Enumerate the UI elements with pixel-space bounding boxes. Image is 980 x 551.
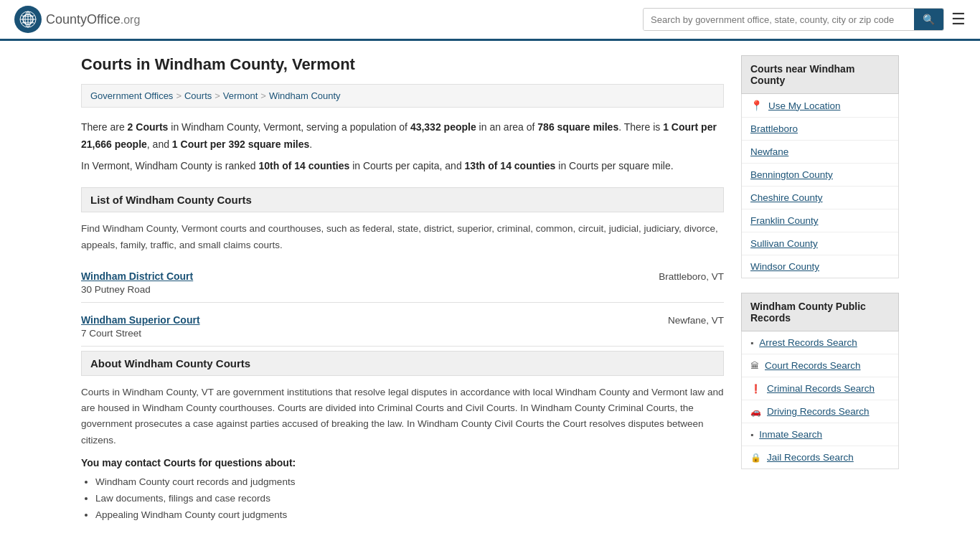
nearby-item[interactable]: Windsor County — [742, 255, 898, 278]
nearby-item-label: Franklin County — [750, 215, 819, 226]
breadcrumb-sep-2: > — [215, 90, 220, 101]
stats-courts: 2 Courts — [128, 121, 169, 133]
breadcrumb-windham[interactable]: Windham County — [269, 90, 341, 101]
logo-ext: .org — [121, 14, 141, 26]
record-item-label: Inmate Search — [759, 429, 822, 440]
public-records-section: Windham County Public Records ▪Arrest Re… — [741, 293, 899, 469]
stats-population: 43,332 people — [410, 121, 476, 133]
contact-heading: You may contact Courts for questions abo… — [81, 457, 724, 468]
nearby-item-label: Use My Location — [768, 100, 841, 111]
sidebar: Courts near Windham County 📍Use My Locat… — [741, 55, 899, 524]
search-button[interactable]: 🔍 — [914, 9, 943, 30]
nearby-item-label: Newfane — [750, 146, 788, 157]
record-item-label: Jail Records Search — [767, 452, 854, 463]
court-list-item: Windham Superior Court Newfane, VT 7 Cou… — [81, 307, 724, 347]
record-icon: ▪ — [750, 338, 753, 348]
breadcrumb-gov-offices[interactable]: Government Offices — [90, 90, 173, 101]
nearby-item[interactable]: 📍Use My Location — [742, 94, 898, 118]
logo-text: CountyOffice.org — [46, 12, 140, 27]
page-title: Courts in Windham County, Vermont — [81, 55, 724, 74]
record-item-label: Court Records Search — [765, 360, 861, 371]
search-bar: 🔍 — [643, 8, 944, 31]
nearby-item-label: Sullivan County — [750, 238, 818, 249]
court-name-link[interactable]: Windham District Court — [81, 270, 193, 282]
stats-text-6: . — [309, 138, 312, 150]
rank-capita: 10th of 14 counties — [258, 160, 349, 171]
list-section-header: List of Windham County Courts — [81, 187, 724, 212]
main-content: Courts in Windham County, Vermont Govern… — [81, 55, 724, 524]
stats-text-3: in an area of — [476, 121, 538, 133]
about-text: Courts in Windham County, VT are governm… — [81, 385, 724, 448]
search-icon: 🔍 — [923, 14, 935, 25]
nearby-item-label: Bennington County — [750, 169, 833, 180]
breadcrumb-sep-3: > — [260, 90, 266, 101]
records-list: ▪Arrest Records Search🏛Court Records Sea… — [741, 331, 899, 469]
record-item-label: Driving Records Search — [767, 406, 870, 417]
record-item[interactable]: 🏛Court Records Search — [742, 354, 898, 377]
nearby-item-label: Windsor County — [750, 261, 819, 272]
record-icon: 🚗 — [750, 407, 761, 417]
record-item[interactable]: 🚗Driving Records Search — [742, 400, 898, 423]
record-item[interactable]: ❗Criminal Records Search — [742, 377, 898, 400]
contact-bullet: Appealing Windham County court judgments — [95, 507, 724, 524]
court-city: Newfane, VT — [668, 315, 724, 326]
contact-bullet: Windham County court records and judgmen… — [95, 474, 724, 491]
nearby-item-label: Cheshire County — [750, 192, 823, 203]
list-description: Find Windham County, Vermont courts and … — [81, 221, 724, 253]
rank-text-2: in Courts per capita, and — [349, 160, 464, 171]
court-address: 7 Court Street — [81, 328, 141, 339]
nearby-list: 📍Use My LocationBrattleboroNewfaneBennin… — [741, 94, 899, 278]
court-name-link[interactable]: Windham Superior Court — [81, 314, 200, 326]
record-item-label: Criminal Records Search — [767, 383, 875, 394]
nearby-item[interactable]: Cheshire County — [742, 187, 898, 209]
public-records-header: Windham County Public Records — [741, 293, 899, 331]
record-item[interactable]: ▪Inmate Search — [742, 423, 898, 446]
logo[interactable]: CountyOffice.org — [14, 6, 140, 33]
logo-icon — [14, 6, 42, 33]
record-icon: ▪ — [750, 430, 753, 440]
stats-text-1: There are — [81, 121, 128, 133]
hamburger-icon: ☰ — [951, 10, 966, 28]
nearby-item[interactable]: Newfane — [742, 141, 898, 164]
nearby-item[interactable]: Sullivan County — [742, 232, 898, 255]
nearby-item[interactable]: Bennington County — [742, 164, 898, 187]
stats-area: 786 square miles — [537, 121, 618, 133]
court-list-item: Windham District Court Brattleboro, VT 3… — [81, 263, 724, 303]
location-icon: 📍 — [750, 100, 763, 111]
logo-main: CountyOffice — [46, 12, 121, 27]
record-item-label: Arrest Records Search — [759, 337, 857, 348]
record-icon: 🔒 — [750, 453, 761, 463]
record-item[interactable]: ▪Arrest Records Search — [742, 331, 898, 354]
breadcrumb-courts[interactable]: Courts — [184, 90, 212, 101]
record-icon: 🏛 — [750, 361, 759, 371]
nearby-item[interactable]: Brattleboro — [742, 118, 898, 141]
breadcrumb: Government Offices > Courts > Vermont > … — [81, 84, 724, 108]
record-icon: ❗ — [750, 384, 761, 394]
nearby-courts-section: Courts near Windham County 📍Use My Locat… — [741, 55, 899, 278]
rank-text-1: In Vermont, Windham County is ranked — [81, 160, 258, 171]
about-section-header: About Windham County Courts — [81, 351, 724, 376]
breadcrumb-sep-1: > — [176, 90, 182, 101]
search-input[interactable] — [644, 9, 914, 30]
stats-text-4: . There is — [618, 121, 663, 133]
rank-sqmi: 13th of 14 counties — [465, 160, 556, 171]
nearby-item[interactable]: Franklin County — [742, 209, 898, 232]
contact-bullet: Law documents, filings and case records — [95, 491, 724, 507]
stats-per2: 1 Court per 392 square miles — [172, 138, 309, 150]
breadcrumb-vermont[interactable]: Vermont — [223, 90, 258, 101]
nearby-item-label: Brattleboro — [750, 123, 798, 134]
stats-block: There are 2 Courts in Windham County, Ve… — [81, 119, 724, 174]
court-list: Windham District Court Brattleboro, VT 3… — [81, 263, 724, 347]
nearby-courts-header: Courts near Windham County — [741, 55, 899, 94]
court-address: 30 Putney Road — [81, 284, 151, 295]
court-city: Brattleboro, VT — [659, 271, 724, 282]
rank-text-3: in Courts per square mile. — [555, 160, 673, 171]
stats-text-2: in Windham County, Vermont, serving a po… — [168, 121, 410, 133]
contact-bullets: Windham County court records and judgmen… — [81, 474, 724, 524]
record-item[interactable]: 🔒Jail Records Search — [742, 446, 898, 468]
menu-button[interactable]: ☰ — [951, 11, 966, 27]
stats-text-5: , and — [147, 138, 172, 150]
